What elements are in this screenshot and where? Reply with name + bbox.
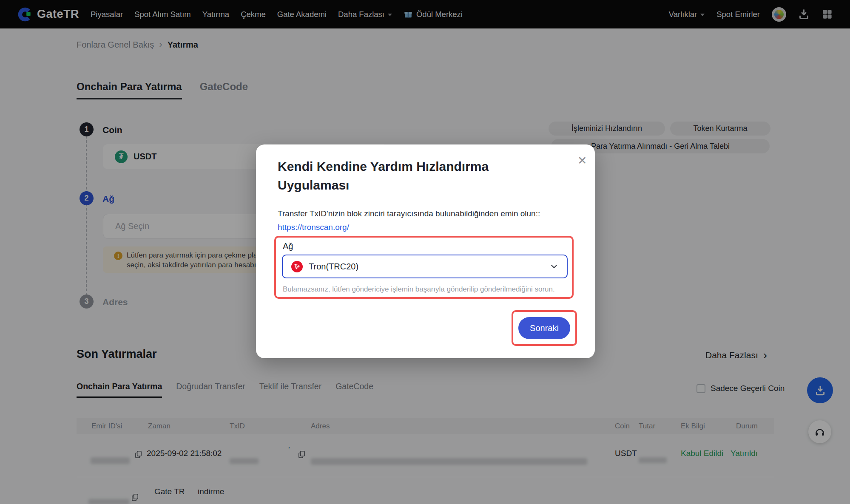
chevron-down-icon (550, 262, 558, 271)
network-dropdown[interactable]: Tron(TRC20) (282, 255, 568, 278)
next-button-highlight-box: Sonraki (512, 310, 577, 346)
network-helper-text: Bulamazsanız, lütfen göndericiye işlemin… (283, 285, 555, 294)
tronscan-link[interactable]: https://tronscan.org/ (278, 223, 349, 232)
close-icon[interactable]: ✕ (577, 154, 587, 167)
deposit-page: GateTR Piyasalar Spot Alım Satım Yatırma… (0, 0, 850, 504)
modal-description: Transfer TxID'nizin blok zinciri tarayıc… (278, 209, 540, 218)
self-help-speedup-modal: ✕ Kendi Kendine Yardım Hızlandırma Uygul… (256, 144, 595, 358)
tron-icon (291, 261, 303, 272)
modal-title: Kendi Kendine Yardım Hızlandırma Uygulam… (278, 157, 524, 194)
selected-network: Tron(TRC20) (309, 262, 358, 272)
network-field-label: Ağ (283, 241, 293, 251)
network-highlight-box: Ağ Tron(TRC20) Bulamazsanız, lütfen gönd… (274, 236, 574, 299)
next-button[interactable]: Sonraki (518, 317, 570, 339)
